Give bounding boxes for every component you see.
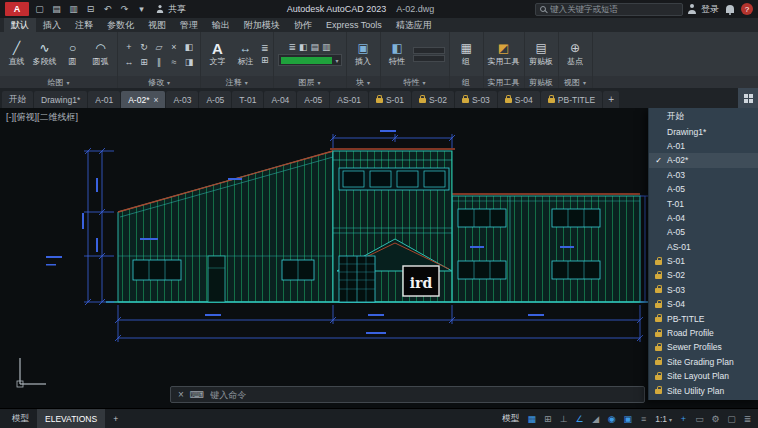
leader-tool[interactable]: ≣	[261, 43, 269, 53]
search-box[interactable]	[535, 3, 683, 16]
drawing-canvas[interactable]: ird	[0, 108, 758, 408]
tab-menu-item[interactable]: Drawing1*	[649, 124, 758, 138]
tab-menu-item[interactable]: A-05	[649, 182, 758, 196]
file-tab[interactable]: A-05	[297, 91, 329, 108]
new-drawing-icon[interactable]: ▢	[33, 3, 46, 16]
tab-menu-item[interactable]: S-01	[649, 254, 758, 268]
polar-tracking-toggle[interactable]: ∠	[573, 414, 586, 424]
tab-menu-item[interactable]: A-04	[649, 211, 758, 225]
layer-state-icon[interactable]: ◧	[299, 42, 308, 52]
file-tab[interactable]: A-04	[264, 91, 296, 108]
file-tab[interactable]: A-02*	[121, 91, 165, 108]
groups-panel-label[interactable]: 组	[450, 76, 483, 88]
tab-menu-item[interactable]: S-04	[649, 297, 758, 311]
file-tab[interactable]: 开始	[2, 91, 33, 108]
insert-block-button[interactable]: ▣ 插入	[351, 42, 376, 67]
tab-menu-item[interactable]: T-01	[649, 196, 758, 210]
polyline-tool[interactable]: ∿ 多段线	[32, 42, 57, 67]
isometric-drafting-toggle[interactable]: ◢	[589, 414, 602, 424]
help-icon[interactable]	[741, 3, 753, 15]
layer-properties-icon[interactable]: ≣	[289, 42, 297, 52]
line-tool[interactable]: ╱ 直线	[4, 42, 29, 67]
tab-menu-item[interactable]: S-03	[649, 283, 758, 297]
ribbon-tab[interactable]: 输出	[205, 18, 237, 32]
new-layout-button[interactable]: +	[105, 409, 126, 428]
utilities-panel-label[interactable]: 实用工具	[484, 76, 524, 88]
object-snap-tracking-toggle[interactable]: ◉	[605, 414, 618, 424]
erase-tool[interactable]: ×	[167, 40, 181, 54]
tab-menu-item[interactable]: Site Layout Plan	[649, 369, 758, 383]
tab-menu-item[interactable]: Sewer Profiles	[649, 340, 758, 354]
tab-menu-item[interactable]: A-05	[649, 225, 758, 239]
ribbon-tab[interactable]: 协作	[287, 18, 319, 32]
tab-menu-item[interactable]: Road Profile	[649, 326, 758, 340]
ribbon-tab[interactable]: 插入	[36, 18, 68, 32]
save-icon[interactable]: ▥	[67, 3, 80, 16]
ribbon-tab[interactable]: 视图	[141, 18, 173, 32]
tab-menu-item[interactable]: S-02	[649, 268, 758, 282]
command-close-icon[interactable]	[178, 389, 184, 400]
tab-menu-item[interactable]: Site Grading Plan	[649, 355, 758, 369]
ribbon-tab[interactable]: 默认	[4, 18, 36, 32]
notification-bell-icon[interactable]	[726, 5, 734, 13]
ribbon-tab[interactable]: 附加模块	[237, 18, 287, 32]
house-elevation-drawing[interactable]: ird	[0, 108, 758, 408]
share-button[interactable]: 共享	[155, 3, 186, 16]
chamfer-tool[interactable]: ≈	[167, 55, 181, 69]
object-snap-toggle[interactable]: ▣	[621, 414, 634, 424]
sign-in-button[interactable]: 登录	[701, 3, 719, 16]
ribbon-tab[interactable]: 注释	[68, 18, 100, 32]
user-account-icon[interactable]	[687, 4, 697, 14]
ortho-mode-toggle[interactable]: ⊥	[557, 414, 570, 424]
command-customize-icon[interactable]: ⌨	[190, 389, 204, 400]
file-tab[interactable]: A-05	[199, 91, 231, 108]
move-tool[interactable]: +	[122, 40, 136, 54]
file-tab[interactable]: PB-TITLE	[541, 91, 602, 108]
tab-menu-item[interactable]: Site Utility Plan	[649, 383, 758, 397]
rotate-tool[interactable]: ↻	[137, 40, 151, 54]
autocad-logo[interactable]: A	[5, 2, 29, 16]
ribbon-tab[interactable]: 参数化	[100, 18, 141, 32]
snap-mode-toggle[interactable]: ⊞	[541, 414, 554, 424]
search-input[interactable]	[550, 4, 678, 14]
layer-isolate-icon[interactable]: ▤	[311, 42, 320, 52]
modify-panel-label[interactable]: 修改	[118, 76, 200, 88]
command-line[interactable]: ⌨	[170, 386, 645, 403]
isolate-objects-button[interactable]: ▢	[725, 414, 738, 424]
stretch-tool[interactable]: ▱	[152, 40, 166, 54]
viewport-controls[interactable]: [-][俯视][二维线框]	[6, 111, 78, 124]
plot-icon[interactable]: ⊟	[84, 3, 97, 16]
lineweight-toggle[interactable]: ≡	[637, 414, 650, 424]
file-tab[interactable]: S-01	[369, 91, 411, 108]
file-tab[interactable]: A-03	[166, 91, 198, 108]
tab-menu-item[interactable]: A-03	[649, 168, 758, 182]
customization-button[interactable]: ≣	[741, 414, 754, 424]
file-tab[interactable]: T-01	[232, 91, 263, 108]
file-tab[interactable]: S-04	[498, 91, 540, 108]
autoscale-toggle[interactable]: ▭	[693, 414, 706, 424]
new-tab-button[interactable]: +	[603, 91, 619, 108]
quick-access-dropdown-icon[interactable]: ▾	[135, 3, 148, 16]
clipboard-panel-label[interactable]: 剪贴板	[525, 76, 558, 88]
base-point-button[interactable]: ⊕ 基点	[563, 42, 588, 67]
ribbon-tab[interactable]: 精选应用	[389, 18, 439, 32]
tab-menu-item[interactable]: 开始	[649, 110, 758, 124]
block-panel-label[interactable]: 块	[347, 76, 380, 88]
layout-tab-elevations[interactable]: ELEVATIONS	[37, 409, 105, 428]
tab-menu-item[interactable]: PB-TITLE	[649, 311, 758, 325]
tab-menu-item[interactable]: A-01	[649, 139, 758, 153]
layer-dropdown[interactable]	[278, 54, 342, 66]
command-input[interactable]	[210, 390, 637, 400]
group-button[interactable]: ▦ 组	[454, 42, 479, 67]
grid-display-toggle[interactable]: ▦	[525, 414, 538, 424]
ribbon-tab[interactable]: Express Tools	[319, 18, 389, 32]
mirror-tool[interactable]: ◧	[182, 40, 196, 54]
redo-icon[interactable]: ↷	[118, 3, 131, 16]
table-tool[interactable]: ⊞	[261, 55, 269, 65]
file-tab[interactable]: Drawing1*	[34, 91, 87, 108]
workspace-switching-button[interactable]: ⚙	[709, 414, 722, 424]
circle-tool[interactable]: ○ 圆	[60, 42, 85, 67]
array-tool[interactable]: ⊞	[137, 55, 151, 69]
undo-icon[interactable]: ↶	[101, 3, 114, 16]
trim-tool[interactable]: ◨	[182, 55, 196, 69]
